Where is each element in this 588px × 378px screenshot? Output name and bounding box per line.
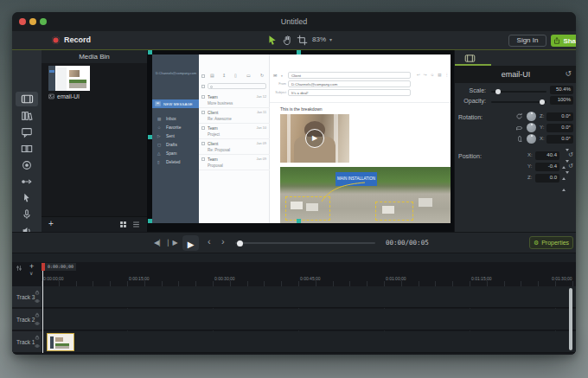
position-x-reset-icon[interactable]: ↺ bbox=[568, 151, 573, 158]
playhead-marker[interactable]: 0:00:00;00 bbox=[42, 263, 76, 271]
rotation-x-value[interactable]: 0.0° bbox=[546, 135, 573, 144]
timeline-clip-email-ui[interactable] bbox=[47, 333, 74, 351]
selection-handle-top-left[interactable] bbox=[148, 50, 152, 54]
sidebar-item-voice-narration[interactable] bbox=[16, 207, 38, 221]
tab-visual-properties[interactable] bbox=[463, 53, 476, 64]
nav-inbox[interactable]: ▤Inbox bbox=[152, 115, 199, 123]
message-checkbox[interactable] bbox=[201, 111, 205, 114]
collapse-tracks-icon[interactable]: ∨ bbox=[29, 270, 33, 276]
scale-slider[interactable] bbox=[491, 91, 546, 93]
position-y-reset-icon[interactable]: ↺ bbox=[568, 163, 573, 170]
message-checkbox[interactable] bbox=[201, 126, 205, 130]
opacity-slider[interactable] bbox=[491, 101, 546, 103]
track-lane-1[interactable] bbox=[42, 331, 576, 353]
email-list-item[interactable]: ClientJan 11Re: Awesome bbox=[199, 108, 270, 124]
message-checkbox[interactable] bbox=[201, 95, 205, 99]
reply-all-icon[interactable]: ↪ bbox=[424, 73, 427, 77]
reply-icon[interactable]: ↩ bbox=[417, 73, 420, 77]
step-forward-button[interactable]: ▏▶ bbox=[168, 238, 178, 247]
track-header-1[interactable]: Track 1 bbox=[12, 331, 42, 353]
grid-view-button[interactable] bbox=[119, 221, 127, 228]
emoji-icon[interactable]: ☺ bbox=[431, 73, 435, 77]
playback-scrubber[interactable] bbox=[235, 242, 375, 244]
scrubber-handle[interactable] bbox=[237, 240, 243, 247]
track-lane-2[interactable] bbox=[42, 309, 576, 330]
list-view-button[interactable] bbox=[132, 221, 140, 228]
minimize-window-button[interactable] bbox=[29, 18, 36, 25]
email-list-item[interactable]: TeamJan 10Project bbox=[199, 124, 270, 139]
opacity-value[interactable]: 100% bbox=[550, 96, 573, 105]
rotation-x-knob[interactable] bbox=[527, 134, 536, 144]
trash-icon[interactable]: ▯ bbox=[234, 73, 237, 78]
nav-deleted[interactable]: ▯Deleted bbox=[152, 158, 199, 166]
rotation-y-value[interactable]: 0.0° bbox=[546, 124, 573, 132]
sidebar-item-media[interactable] bbox=[16, 92, 38, 106]
sidebar-item-annotations[interactable] bbox=[16, 125, 38, 139]
email-list-item[interactable]: TeamJan 12More business bbox=[199, 93, 270, 108]
compose-from-field[interactable]: D.Channels@company.com bbox=[288, 80, 411, 87]
search-input[interactable] bbox=[208, 83, 266, 89]
nav-favorite[interactable]: ☆Favorite bbox=[152, 124, 199, 131]
select-all-checkbox[interactable] bbox=[201, 74, 205, 78]
add-media-button[interactable]: + bbox=[48, 219, 54, 228]
archive-icon[interactable]: ▤ bbox=[210, 73, 214, 78]
selection-handle-bottom-center[interactable] bbox=[297, 219, 301, 223]
selection-handle-bottom-left[interactable] bbox=[148, 219, 152, 223]
media-bin-item[interactable]: email-UI bbox=[48, 66, 92, 104]
search-row-checkbox[interactable] bbox=[201, 85, 205, 88]
nav-spam[interactable]: △Spam bbox=[152, 150, 199, 157]
compose-subject-field[interactable]: It's a deal! bbox=[288, 89, 411, 96]
position-z-value[interactable]: 0.0 bbox=[535, 174, 559, 183]
upload-icon[interactable]: ↥ bbox=[222, 73, 226, 78]
track-header-3[interactable]: Track 3 bbox=[12, 286, 42, 308]
playhead-line[interactable] bbox=[42, 271, 43, 353]
archive-icon[interactable]: ▤ bbox=[438, 73, 441, 77]
edit-cursor-tool[interactable] bbox=[267, 35, 279, 47]
email-list-item[interactable]: ClientJan 09Re: Proposal bbox=[199, 139, 270, 155]
sidebar-item-behaviors[interactable] bbox=[16, 157, 38, 172]
track-settings-icon[interactable] bbox=[16, 265, 22, 272]
properties-toggle-button[interactable]: ⚙ Properties bbox=[529, 236, 573, 249]
folder-icon[interactable]: ▭ bbox=[246, 73, 251, 78]
opacity-slider-handle[interactable] bbox=[540, 99, 545, 105]
nav-drafts[interactable]: ▢Drafts bbox=[152, 141, 199, 149]
zoom-window-button[interactable] bbox=[40, 18, 47, 25]
selection-handle-middle-left[interactable] bbox=[148, 135, 152, 139]
close-window-button[interactable] bbox=[19, 18, 26, 25]
selection-handle-top-center[interactable] bbox=[297, 50, 301, 54]
timeline-scrollbar[interactable] bbox=[569, 288, 572, 350]
step-back-button[interactable]: ◀▏ bbox=[154, 238, 164, 247]
jump-forward-button[interactable]: › bbox=[221, 236, 225, 247]
track-lane-3[interactable] bbox=[42, 286, 576, 308]
compose-to-field[interactable]: Client bbox=[288, 72, 411, 79]
position-z-stepper[interactable] bbox=[562, 174, 569, 189]
rotation-y-knob[interactable] bbox=[527, 123, 536, 132]
sidebar-item-animations[interactable] bbox=[16, 174, 38, 189]
position-y-value[interactable]: -0.4 bbox=[535, 163, 559, 171]
email-list-item[interactable]: TeamJan 09Proposal bbox=[199, 155, 270, 170]
position-x-value[interactable]: 40.4 bbox=[535, 151, 559, 160]
video-thumbnail[interactable]: ▶ bbox=[280, 114, 349, 163]
overflow-icon[interactable]: ⋮ bbox=[444, 73, 449, 77]
nav-sent[interactable]: ▷Sent bbox=[152, 132, 199, 140]
rotation-z-value[interactable]: 0.0° bbox=[546, 112, 573, 121]
refresh-icon[interactable]: ↻ bbox=[260, 73, 264, 78]
sidebar-item-transitions[interactable] bbox=[16, 141, 38, 156]
sidebar-item-cursor-effects[interactable] bbox=[16, 190, 38, 205]
canvas-media-email-ui[interactable]: D.Channels@company.com ✉ NEW MESSAGE ▤In… bbox=[152, 54, 451, 223]
jump-back-button[interactable]: ‹ bbox=[208, 236, 211, 247]
message-checkbox[interactable] bbox=[201, 157, 205, 161]
track-header-2[interactable]: Track 2 bbox=[12, 309, 42, 330]
crop-tool[interactable] bbox=[297, 35, 309, 47]
scale-slider-handle[interactable] bbox=[495, 89, 501, 94]
pan-tool[interactable] bbox=[282, 35, 294, 47]
canvas-zoom-dropdown[interactable]: 83% ▾ bbox=[312, 35, 332, 43]
share-button[interactable]: Share bbox=[551, 35, 576, 47]
rotation-z-knob[interactable] bbox=[527, 112, 536, 121]
reset-all-icon[interactable]: ↺ bbox=[565, 69, 572, 78]
sidebar-item-library[interactable] bbox=[16, 108, 38, 123]
scale-value[interactable]: 50.4% bbox=[550, 86, 573, 94]
new-message-button[interactable]: ✉ NEW MESSAGE bbox=[152, 99, 199, 108]
sign-in-button[interactable]: Sign In bbox=[508, 35, 546, 47]
canvas-stage[interactable]: D.Channels@company.com ✉ NEW MESSAGE ▤In… bbox=[147, 50, 454, 232]
